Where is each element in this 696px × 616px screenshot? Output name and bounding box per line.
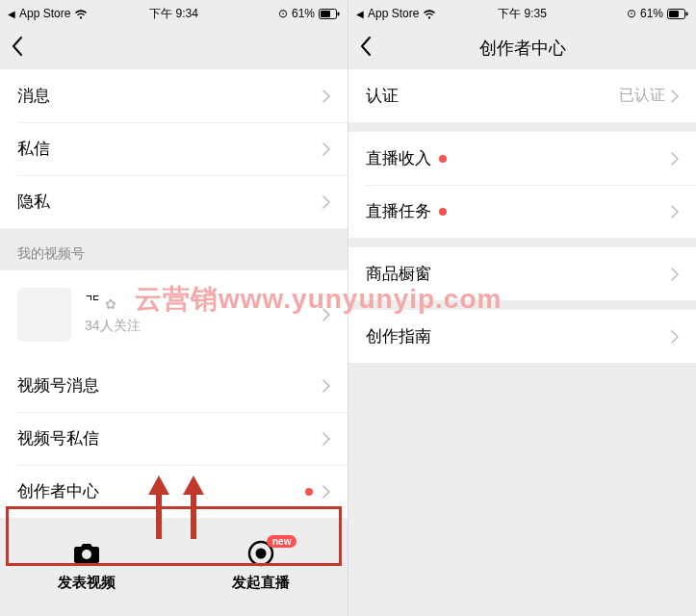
row-label: 消息 [17,85,322,107]
status-bar: ◀ App Store 下午 9:35 ⊙ 61% [348,0,696,27]
row-value: 已认证 [619,86,665,106]
row-label: 认证 [366,85,619,107]
chevron-right-icon [671,205,679,218]
profile-name: ᅚ [85,295,101,314]
avatar [17,288,71,342]
svg-rect-7 [669,11,679,17]
left-screen: ◀ App Store 下午 9:34 ⊙ 61% 消息 私信 [0,0,348,616]
battery-pct: 61% [640,7,663,20]
svg-rect-2 [338,12,340,15]
chevron-right-icon [322,142,330,156]
action-label: 发表视频 [58,574,116,592]
row-shop-window[interactable]: 商品橱窗 [348,247,696,300]
chevron-right-icon [322,432,330,446]
back-button[interactable] [12,37,23,60]
back-app-label[interactable]: App Store [368,7,419,20]
bottom-actions: 发表视频 new 发起直播 [0,518,348,611]
wifi-icon [423,9,436,19]
post-video-button[interactable]: 发表视频 [58,541,116,592]
verified-icon: ✿ [105,296,116,312]
video-section: ᅚ ✿ 34人关注 视频号消息 视频号私信 创作者中心 [0,270,348,518]
followers-count: 34人关注 [85,318,322,335]
notification-dot [439,155,447,163]
status-time: 下午 9:35 [467,6,578,22]
svg-rect-1 [321,11,330,17]
row-label: 直播任务 [366,200,671,222]
start-live-button[interactable]: new 发起直播 [232,541,290,592]
status-bar: ◀ App Store 下午 9:34 ⊙ 61% [0,0,348,27]
chevron-right-icon [671,90,679,103]
back-button[interactable] [360,37,372,60]
row-label: 私信 [17,138,322,160]
row-label: 直播收入 [366,147,671,169]
section-header-video: 我的视频号 [0,228,348,270]
wifi-icon [74,9,88,19]
chevron-right-icon [671,330,679,344]
chevron-right-icon [322,308,330,321]
status-time: 下午 9:34 [118,6,229,22]
notification-dot [305,488,313,496]
row-verification[interactable]: 认证 已认证 [348,69,696,122]
svg-point-3 [82,550,91,559]
row-messages[interactable]: 消息 [0,69,348,122]
row-creator-center[interactable]: 创作者中心 [0,465,348,518]
notification-dot [439,208,447,216]
chevron-right-icon [322,485,330,499]
row-label: 创作指南 [366,325,671,347]
nav-bar: 创作者中心 [348,27,696,69]
orientation-lock-icon: ⊙ [278,7,288,20]
row-privacy[interactable]: 隐私 [0,175,348,228]
right-screen: ◀ App Store 下午 9:35 ⊙ 61% 创作者中心 认证 已认证 [348,0,696,616]
action-label: 发起直播 [232,574,290,592]
chevron-right-icon [671,268,679,281]
row-video-messages[interactable]: 视频号消息 [0,359,348,412]
battery-icon [667,9,688,19]
orientation-lock-icon: ⊙ [627,7,636,20]
settings-section: 消息 私信 隐私 [0,69,348,228]
row-label: 隐私 [17,191,322,213]
chevron-right-icon [322,379,330,393]
row-video-private[interactable]: 视频号私信 [0,412,348,465]
svg-rect-8 [686,12,688,15]
svg-point-5 [255,549,266,559]
row-label: 商品橱窗 [366,263,671,285]
back-app-arrow-icon: ◀ [8,9,15,19]
row-label: 创作者中心 [17,480,305,502]
back-app-label[interactable]: App Store [19,7,70,20]
chevron-right-icon [322,195,330,209]
row-private-messages[interactable]: 私信 [0,122,348,175]
nav-bar [0,27,348,69]
back-app-arrow-icon: ◀ [356,9,364,19]
row-label: 视频号消息 [17,374,322,397]
camera-icon [71,541,102,566]
chevron-right-icon [322,90,330,103]
row-creation-guide[interactable]: 创作指南 [348,310,696,363]
row-live-tasks[interactable]: 直播任务 [348,185,696,238]
row-video-profile[interactable]: ᅚ ✿ 34人关注 [0,270,348,359]
row-live-income[interactable]: 直播收入 [348,132,696,185]
page-title: 创作者中心 [348,37,696,60]
battery-pct: 61% [292,7,315,20]
new-badge: new [267,535,296,548]
row-label: 视频号私信 [17,427,322,449]
chevron-right-icon [671,152,679,166]
battery-icon [319,9,340,19]
